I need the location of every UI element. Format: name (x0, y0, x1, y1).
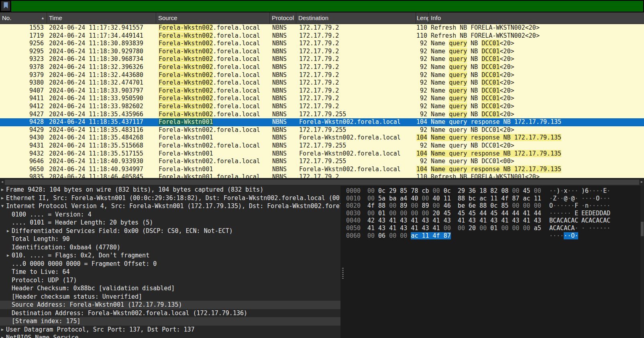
detail-row[interactable]: ▶Differentiated Services Field: 0x00 (DS… (0, 227, 340, 235)
packet-row[interactable]: 92562024-06-24 11:18:30.893839Forela-Wks… (0, 40, 644, 48)
packet-details-pane: ▶Frame 9428: 104 bytes on wire (832 bits… (0, 186, 340, 338)
cell-time: 2024-06-24 11:18:33.903797 (47, 87, 156, 95)
column-header-time[interactable]: Time (47, 12, 156, 24)
cell-destination: Forela-Wkstn002.forela.local (296, 118, 416, 126)
detail-row[interactable]: Total Length: 90 (0, 235, 340, 243)
cell-destination: 172.17.79.255 (296, 126, 416, 134)
bookmark-button[interactable] (1, 1, 10, 11)
detail-row[interactable]: Header Checksum: 0x88bc [validation disa… (0, 284, 340, 293)
cell-protocol: NBNS (270, 158, 296, 166)
packet-row[interactable]: 96502024-06-24 11:18:40.934997Forela-Wks… (0, 166, 644, 174)
packet-row[interactable]: 15532024-06-24 11:17:32.941557Forela-Wks… (0, 24, 644, 32)
packet-row[interactable]: 94122024-06-24 11:18:33.982602Forela-Wks… (0, 103, 644, 111)
hex-row[interactable]: 000000 0c 29 85 78 cb 00 0c29 36 18 82 0… (340, 187, 644, 195)
cell-length: 92 (416, 71, 429, 79)
detail-row[interactable]: .... 0101 = Header Length: 20 bytes (5) (0, 219, 340, 227)
detail-row[interactable]: ▶User Datagram Protocol, Src Port: 137, … (0, 326, 340, 334)
hex-row[interactable]: 001000 5a ba a4 40 00 40 1188 bc ac 11 4… (340, 195, 644, 202)
collapse-arrow-icon[interactable]: ▼ (1, 202, 4, 210)
hex-dump: 000000 0c 29 85 78 cb 00 0c29 36 18 82 0… (340, 187, 644, 239)
packet-row[interactable]: 17192024-06-24 11:17:34.449141Forela-Wks… (0, 32, 644, 40)
detail-row[interactable]: ...0 0000 0000 0000 = Fragment Offset: 0 (0, 260, 340, 268)
horizontal-scrollbar-thumb[interactable] (5, 180, 639, 185)
cell-source: Forela-Wkstn001.forela.local (156, 173, 270, 178)
expand-arrow-icon[interactable]: ▶ (1, 186, 4, 194)
cell-info: Name query NB DCC01<20> (429, 63, 644, 71)
detail-row[interactable]: Time to Live: 64 (0, 268, 340, 276)
expand-arrow-icon[interactable]: ▶ (1, 194, 4, 202)
packet-row[interactable]: 93782024-06-24 11:18:32.396326Forela-Wks… (0, 63, 644, 71)
ascii-bytes: ······ E (549, 210, 578, 217)
display-filter-input[interactable]: nbns (11, 1, 643, 12)
cell-length: 104 (416, 134, 429, 142)
scroll-right-arrow-icon[interactable]: ▶ (640, 178, 644, 186)
cell-destination: 172.17.79.2 (296, 24, 416, 32)
cell-time: 2024-06-24 11:18:33.982602 (47, 103, 156, 111)
detail-row[interactable]: [Header checksum status: Unverified] (0, 293, 340, 301)
column-header-protocol[interactable]: Protocol (270, 12, 296, 24)
hex-row[interactable]: 00204f 88 00 89 00 89 00 46be 6e 88 0c 8… (340, 202, 644, 210)
packet-row[interactable]: 94312024-06-24 11:18:35.515668Forela-Wks… (0, 142, 644, 150)
detail-row[interactable]: 0100 .... = Version: 4 (0, 210, 340, 219)
detail-row[interactable]: Identification: 0xbaa4 (47780) (0, 243, 340, 252)
column-header-destination[interactable]: Destination (296, 12, 416, 24)
cell-no: 9379 (0, 71, 47, 79)
hex-vertical-scrollbar[interactable] (640, 186, 644, 338)
detail-row[interactable]: Source Address: Forela-Wkstn001 (172.17.… (0, 301, 340, 309)
packet-row[interactable]: 94112024-06-24 11:18:33.950590Forela-Wks… (0, 95, 644, 103)
hex-vertical-scrollbar-thumb[interactable] (641, 222, 644, 236)
pane-splitter-grip[interactable] (342, 268, 344, 280)
cell-destination: 172.17.79.2 (296, 63, 416, 71)
cell-info: Name query NB DCC01<20> (429, 111, 644, 119)
column-header-leng[interactable]: Leng (416, 12, 429, 24)
hex-row[interactable]: 003000 01 00 00 00 00 20 4545 45 44 45 4… (340, 210, 644, 217)
packet-row[interactable]: 96462024-06-24 11:18:40.933930Forela-Wks… (0, 158, 644, 166)
hex-bytes: 45 45 44 45 44 44 41 44 (458, 210, 541, 217)
column-header-info[interactable]: Info (429, 12, 644, 24)
packet-row[interactable]: 93232024-06-24 11:18:30.968734Forela-Wks… (0, 55, 644, 63)
detail-row[interactable]: Protocol: UDP (17) (0, 276, 340, 285)
column-header-source[interactable]: Source (156, 12, 270, 24)
detail-row[interactable]: ▼Internet Protocol Version 4, Src: Forel… (0, 202, 340, 210)
packet-row[interactable]: 94322024-06-24 11:18:35.517155Forela-Wks… (0, 150, 644, 158)
column-header-no[interactable]: No.▲ (0, 12, 47, 24)
detail-row[interactable]: ▶010. .... = Flags: 0x2, Don't fragment (0, 251, 340, 260)
expand-arrow-icon[interactable]: ▶ (1, 334, 4, 338)
hex-row[interactable]: 005041 43 41 43 41 43 41 0000 20 00 01 0… (340, 225, 644, 232)
cell-time: 2024-06-24 11:18:35.517155 (47, 150, 156, 158)
packet-row[interactable]: 94072024-06-24 11:18:33.903797Forela-Wks… (0, 87, 644, 95)
packet-row[interactable]: 94282024-06-24 11:18:35.437117Forela-Wks… (0, 118, 644, 126)
packet-row[interactable]: 92952024-06-24 11:18:30.929780Forela-Wks… (0, 48, 644, 56)
scroll-left-arrow-icon[interactable]: ◀ (0, 178, 4, 186)
cell-source: Forela-Wkstn002.forela.local (156, 87, 270, 95)
expand-arrow-icon[interactable]: ▶ (7, 251, 9, 260)
detail-row[interactable]: ▶NetBIOS Name Service (0, 334, 340, 338)
packet-row[interactable]: 93792024-06-24 11:18:32.443680Forela-Wks… (0, 71, 644, 79)
packet-row[interactable]: 94272024-06-24 11:18:35.435966Forela-Wks… (0, 111, 644, 119)
detail-row[interactable]: Destination Address: Forela-Wkstn002.for… (0, 309, 340, 318)
cell-length: 104 (416, 166, 429, 174)
expand-arrow-icon[interactable]: ▶ (1, 326, 4, 334)
packet-row[interactable]: 93802024-06-24 11:18:32.474701Forela-Wks… (0, 79, 644, 87)
horizontal-scrollbar[interactable]: ◀ ▶ (0, 178, 644, 186)
detail-text: Time to Live: 64 (12, 268, 70, 275)
expand-arrow-icon[interactable]: ▶ (7, 227, 9, 235)
packet-row[interactable]: 94302024-06-24 11:18:35.484268Forela-Wks… (0, 134, 644, 142)
cell-info: Refresh NB FORELA-WKSTN002<20> (429, 32, 644, 40)
ascii-bytes: BCACACAC (549, 217, 578, 225)
cell-info: Name query NB DCC01<20> (429, 142, 644, 150)
detail-row[interactable]: ▶Ethernet II, Src: Forela-Wkstn001 (00:0… (0, 194, 340, 202)
detail-row[interactable]: ▶Frame 9428: 104 bytes on wire (832 bits… (0, 186, 340, 194)
column-label: Protocol (272, 12, 294, 24)
selected-ascii: ··O· (564, 232, 578, 239)
cell-source: Forela-Wkstn002.forela.local (156, 158, 270, 166)
detail-row[interactable]: [Stream index: 175] (0, 317, 340, 326)
packet-row[interactable]: 98352024-06-24 11:18:46.405845Forela-Wks… (0, 173, 644, 178)
cell-destination: 172.17.79.2 (296, 79, 416, 87)
cell-no: 9427 (0, 111, 47, 119)
hex-row[interactable]: 006000 06 00 00 ac 11 4f 87······O· (340, 232, 644, 240)
hex-bytes: be 6e 88 0c 85 00 00 00 (458, 202, 541, 210)
detail-text: Header Checksum: 0x88bc [validation disa… (12, 285, 175, 292)
packet-row[interactable]: 94292024-06-24 11:18:35.483116Forela-Wks… (0, 126, 644, 134)
hex-row[interactable]: 004042 43 41 43 41 43 41 4341 43 41 43 4… (340, 217, 644, 225)
